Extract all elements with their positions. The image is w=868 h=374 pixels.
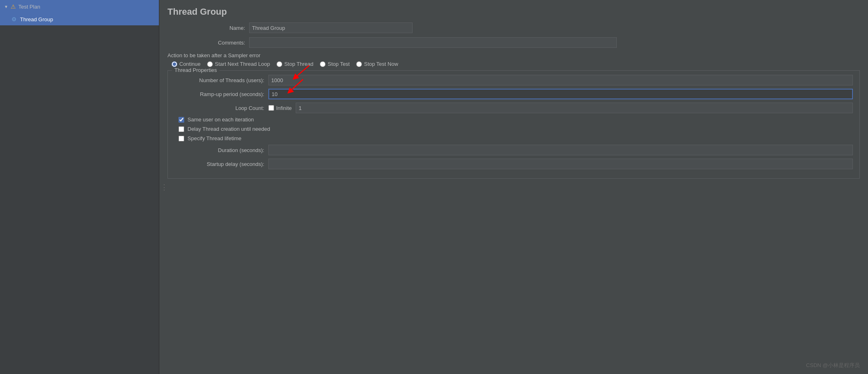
name-label: Name: xyxy=(167,25,249,31)
watermark: CSDN @小林是程序员 xyxy=(806,362,860,369)
radio-start-next-label: Start Next Thread Loop xyxy=(215,61,270,67)
specify-lifetime-checkbox[interactable] xyxy=(179,136,184,141)
num-threads-input[interactable] xyxy=(268,75,853,85)
infinite-checkbox[interactable]: Infinite xyxy=(268,105,292,111)
radio-stop-test-now[interactable]: Stop Test Now xyxy=(356,61,398,67)
duration-label: Duration (seconds): xyxy=(174,147,268,153)
main-content: Thread Group Name: Comments: Action to b… xyxy=(159,0,868,374)
ramp-up-label: Ramp-up period (seconds): xyxy=(174,91,268,97)
delay-thread-label: Delay Thread creation until needed xyxy=(187,126,270,132)
loop-count-label: Loop Count: xyxy=(174,105,268,111)
radio-stop-test-now-label: Stop Test Now xyxy=(364,61,398,67)
radio-continue[interactable]: Continue xyxy=(172,61,201,67)
test-plan-icon: ⚠ xyxy=(11,3,16,10)
test-plan-label: Test Plan xyxy=(18,4,40,10)
infinite-label: Infinite xyxy=(276,105,292,111)
sidebar: ▼ ⚠ Test Plan ⚙ Thread Group xyxy=(0,0,159,374)
num-threads-label: Number of Threads (users): xyxy=(174,77,268,83)
thread-properties-legend: Thread Properties xyxy=(172,67,219,73)
duration-input[interactable] xyxy=(268,145,853,155)
ramp-up-row: Ramp-up period (seconds): xyxy=(174,89,853,99)
name-input[interactable] xyxy=(249,22,413,33)
name-row: Name: xyxy=(167,22,860,34)
radio-stop-test[interactable]: Stop Test xyxy=(320,61,350,67)
action-radio-group: Continue Start Next Thread Loop Stop Thr… xyxy=(167,61,860,67)
action-section-label: Action to be taken after a Sampler error xyxy=(167,52,860,58)
comments-row: Comments: xyxy=(167,37,860,48)
radio-continue-label: Continue xyxy=(179,61,201,67)
same-user-label: Same user on each iteration xyxy=(187,116,254,123)
startup-delay-label: Startup delay (seconds): xyxy=(174,161,268,167)
sidebar-item-thread-group[interactable]: ⚙ Thread Group xyxy=(0,13,159,25)
num-threads-row: Number of Threads (users): xyxy=(174,75,853,85)
gear-icon: ⚙ xyxy=(11,16,17,22)
radio-stop-thread-label: Stop Thread xyxy=(284,61,313,67)
ramp-up-input[interactable] xyxy=(268,89,853,99)
thread-group-sidebar-label: Thread Group xyxy=(20,16,53,22)
loop-count-input[interactable] xyxy=(296,103,853,113)
loop-count-row: Loop Count: Infinite xyxy=(174,103,853,113)
radio-stop-thread[interactable]: Stop Thread xyxy=(277,61,313,67)
startup-delay-input[interactable] xyxy=(268,159,853,169)
sidebar-item-test-plan[interactable]: ▼ ⚠ Test Plan xyxy=(0,0,159,13)
duration-row: Duration (seconds): xyxy=(174,145,853,155)
delay-thread-row: Delay Thread creation until needed xyxy=(174,126,853,132)
radio-stop-test-label: Stop Test xyxy=(328,61,350,67)
comments-input[interactable] xyxy=(249,37,617,48)
collapse-arrow-icon: ▼ xyxy=(4,4,8,9)
radio-start-next[interactable]: Start Next Thread Loop xyxy=(207,61,270,67)
same-user-checkbox[interactable] xyxy=(179,117,184,123)
panel-title: Thread Group xyxy=(167,7,860,17)
specify-lifetime-label: Specify Thread lifetime xyxy=(187,135,241,141)
comments-label: Comments: xyxy=(167,40,249,46)
specify-lifetime-row: Specify Thread lifetime xyxy=(174,135,853,141)
startup-delay-row: Startup delay (seconds): xyxy=(174,159,853,169)
same-user-row: Same user on each iteration xyxy=(174,116,853,123)
thread-properties-section: Thread Properties Number of Threads (use… xyxy=(167,70,860,179)
delay-thread-checkbox[interactable] xyxy=(179,126,184,132)
infinite-checkbox-input[interactable] xyxy=(268,105,274,111)
sidebar-resize-handle[interactable]: ⋮ xyxy=(161,183,168,192)
